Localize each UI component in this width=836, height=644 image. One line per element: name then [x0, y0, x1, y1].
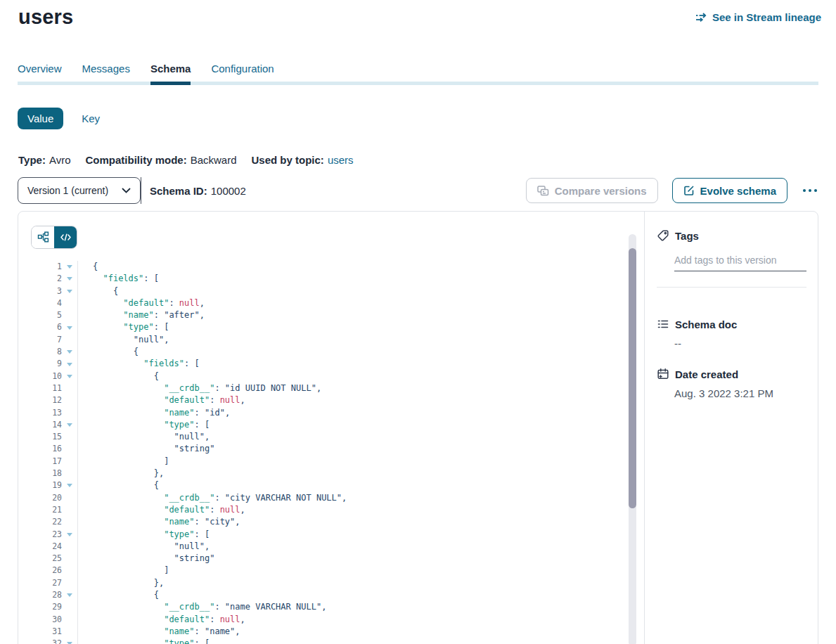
code-line: 18 }, — [18, 468, 627, 479]
code-line: 3 { — [18, 285, 627, 297]
fold-arrow-icon[interactable] — [67, 326, 72, 330]
schema-doc-section-header: Schema doc — [657, 318, 806, 330]
vertical-divider — [141, 177, 141, 204]
schema-sidebar: Tags Schema doc -- — [645, 212, 818, 644]
value-key-toggle: Value Key — [18, 108, 100, 129]
code-line: 19 { — [18, 479, 627, 491]
code-line: 17 ] — [18, 456, 627, 468]
code-line: 14 "type": [ — [18, 419, 627, 431]
list-icon — [657, 318, 669, 330]
compare-versions-button[interactable]: Compare versions — [526, 178, 658, 203]
tab-configuration[interactable]: Configuration — [211, 63, 274, 82]
schema-code-panel: 1{2 "fields": [3 {4 "default": null,5 "n… — [18, 212, 645, 644]
schema-doc-value: -- — [674, 337, 806, 349]
code-text: "name": "after", — [77, 309, 205, 321]
line-number: 7 — [18, 334, 62, 346]
date-created-section-header: Date created — [657, 368, 806, 380]
tabs-underline-track — [18, 82, 818, 85]
line-number: 2 — [18, 273, 62, 285]
tab-messages[interactable]: Messages — [82, 63, 130, 82]
code-line: 1{ — [18, 261, 627, 273]
code-text: { — [77, 346, 139, 358]
code-line: 15 "null", — [18, 431, 627, 443]
tab-bar: Overview Messages Schema Configuration — [18, 63, 274, 82]
code-view-button[interactable] — [54, 226, 77, 248]
compatibility-label: Compatibility mode: — [85, 154, 186, 166]
line-number: 30 — [18, 614, 62, 626]
line-number: 29 — [18, 601, 62, 613]
meta-used-by-topic: Used by topic: users — [252, 154, 354, 166]
fold-arrow-icon[interactable] — [67, 363, 72, 366]
fold-arrow-icon[interactable] — [67, 277, 72, 281]
code-text: "type": [ — [77, 321, 169, 333]
code-text: { — [77, 371, 159, 382]
tags-title: Tags — [675, 230, 699, 242]
line-number: 24 — [18, 541, 62, 553]
code-text: "type": [ — [77, 638, 210, 644]
code-line: 12 "default": null, — [18, 394, 627, 406]
line-number: 23 — [18, 529, 62, 541]
code-text: { — [77, 285, 118, 297]
code-line: 7 "null", — [18, 334, 627, 346]
tab-schema[interactable]: Schema — [150, 63, 191, 82]
see-in-stream-lineage-link[interactable]: See in Stream lineage — [695, 11, 821, 23]
code-line: 24 "null", — [18, 541, 627, 553]
key-toggle-button[interactable]: Key — [82, 112, 100, 124]
schema-doc-title: Schema doc — [675, 318, 737, 330]
fold-arrow-icon[interactable] — [67, 350, 72, 354]
code-text: }, — [77, 577, 164, 589]
date-created-value: Aug. 3 2022 3:21 PM — [674, 387, 806, 399]
fold-arrow-icon[interactable] — [67, 375, 72, 378]
code-text: "name": "name", — [77, 626, 240, 638]
fold-arrow-icon[interactable] — [67, 265, 72, 269]
fold-arrow-icon[interactable] — [67, 484, 72, 487]
more-actions-button[interactable] — [802, 186, 818, 195]
line-number: 6 — [18, 321, 62, 333]
code-view-icon — [60, 232, 72, 243]
fold-arrow-icon[interactable] — [67, 423, 72, 427]
tab-overview[interactable]: Overview — [18, 63, 62, 82]
line-number: 28 — [18, 589, 62, 601]
fold-arrow-icon[interactable] — [67, 533, 72, 536]
lineage-link-label: See in Stream lineage — [712, 11, 821, 23]
compare-versions-label: Compare versions — [555, 185, 647, 197]
line-number: 21 — [18, 504, 62, 516]
tags-section-header: Tags — [657, 229, 806, 242]
code-line: 22 "name": "city", — [18, 516, 627, 528]
line-number: 10 — [18, 371, 62, 382]
sidebar-divider — [657, 287, 806, 288]
code-line: 4 "default": null, — [18, 297, 627, 309]
fold-arrow-icon[interactable] — [67, 593, 72, 597]
code-line: 16 "string" — [18, 443, 627, 455]
line-number: 5 — [18, 309, 62, 321]
schema-actions: Compare versions Evolve schema — [526, 178, 818, 203]
code-line: 20 "__crdb__": "city VARCHAR NOT NULL", — [18, 492, 627, 504]
code-text: "default": null, — [77, 297, 205, 309]
value-toggle-button[interactable]: Value — [18, 108, 63, 129]
evolve-schema-button[interactable]: Evolve schema — [672, 178, 787, 203]
evolve-schema-label: Evolve schema — [700, 185, 776, 197]
code-line: 8 { — [18, 346, 627, 358]
code-line: 2 "fields": [ — [18, 273, 627, 285]
code-line: 23 "type": [ — [18, 529, 627, 541]
version-select[interactable]: Version 1 (current) — [18, 177, 141, 204]
scrollbar-thumb[interactable] — [629, 248, 636, 508]
compatibility-value: Backward — [191, 154, 237, 166]
topic-link[interactable]: users — [328, 154, 354, 166]
fold-arrow-icon[interactable] — [67, 290, 72, 293]
code-line: 10 { — [18, 371, 627, 382]
add-tags-input[interactable] — [674, 253, 806, 271]
code-text: "__crdb__": "name VARCHAR NULL", — [77, 601, 326, 613]
version-select-value: Version 1 (current) — [27, 185, 108, 196]
line-number: 32 — [18, 638, 62, 644]
editor-view-toggle — [31, 226, 77, 249]
code-line: 11 "__crdb__": "id UUID NOT NULL", — [18, 382, 627, 394]
tree-view-button[interactable] — [32, 226, 54, 248]
code-text: "default": null, — [77, 614, 245, 626]
code-lines[interactable]: 1{2 "fields": [3 {4 "default": null,5 "n… — [18, 261, 627, 644]
schema-detail-panel: 1{2 "fields": [3 {4 "default": null,5 "n… — [18, 211, 818, 644]
code-text: "null", — [77, 431, 210, 443]
code-text: { — [77, 261, 98, 273]
line-number: 27 — [18, 577, 62, 589]
date-created-title: Date created — [675, 368, 738, 380]
